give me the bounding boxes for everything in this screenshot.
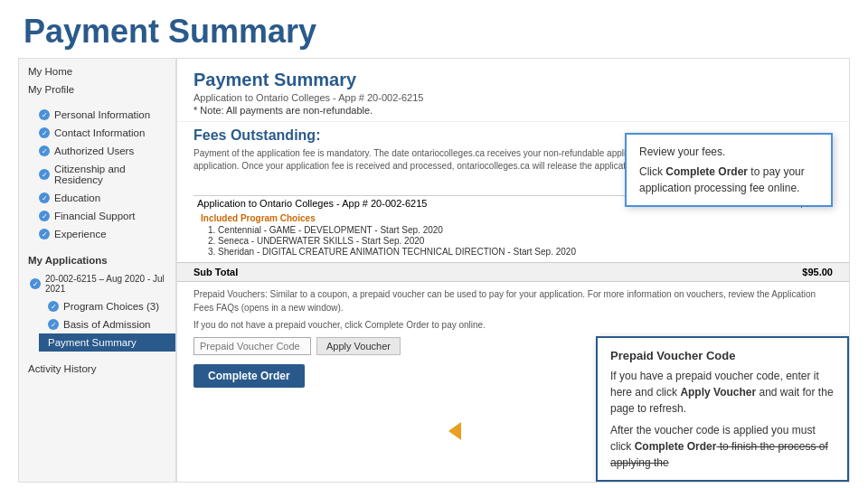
sidebar-item-authorized-users[interactable]: ✓ Authorized Users (30, 142, 175, 160)
payment-panel-header: Payment Summary Application to Ontario C… (177, 59, 849, 122)
payment-panel-title: Payment Summary (193, 70, 833, 90)
sidebar-item-my-home[interactable]: My Home (19, 62, 175, 80)
sidebar-item-app-id[interactable]: ✓ 20-002-6215 – Aug 2020 - Jul 2021 (19, 270, 175, 297)
tooltip-top-line1: Review your fees. (639, 144, 818, 160)
subtotal-label: Sub Total (193, 267, 238, 277)
sidebar-my-applications-section: My Applications ✓ 20-002-6215 – Aug 2020… (19, 247, 175, 355)
sidebar-item-citizenship[interactable]: ✓ Citizenship and Residency (30, 160, 175, 189)
tooltip-bottom-line2: After the voucher code is applied you mu… (610, 422, 835, 471)
sidebar-my-applications-header: My Applications (19, 250, 175, 270)
check-icon-app: ✓ (30, 278, 41, 289)
sidebar-label-my-profile: My Profile (28, 84, 74, 95)
table-row-included: Included Program Choices 1. Centennial -… (193, 211, 833, 258)
prepaid-voucher-input[interactable] (193, 337, 311, 355)
payment-note: * Note: All payments are non-refundable. (193, 105, 833, 116)
included-label: Included Program Choices (197, 212, 829, 224)
check-icon-experience: ✓ (39, 229, 50, 239)
complete-order-button[interactable]: Complete Order (193, 364, 305, 388)
check-icon-financial: ✓ (39, 211, 50, 221)
sidebar-sub-apps: ✓ Program Choices (3) ✓ Basis of Admissi… (19, 297, 175, 352)
sidebar-item-activity-history[interactable]: Activity History (19, 359, 175, 379)
sidebar-item-experience[interactable]: ✓ Experience (30, 225, 175, 243)
check-icon-contact: ✓ (39, 127, 50, 138)
program-item-3: 3. Sheridan - DIGITAL CREATURE ANIMATION… (197, 246, 829, 257)
check-icon-personal: ✓ (39, 109, 50, 120)
tooltip-review-fees: Review your fees. Click Complete Order t… (625, 133, 833, 207)
sidebar-label-my-home: My Home (28, 66, 72, 77)
check-icon-citizenship: ✓ (39, 169, 50, 180)
main-content: My Home My Profile ✓ Personal Informatio… (0, 58, 868, 483)
sidebar-item-financial[interactable]: ✓ Financial Support (30, 207, 175, 225)
apply-voucher-button[interactable]: Apply Voucher (316, 337, 401, 355)
sidebar-item-basis-admission[interactable]: ✓ Basis of Admission (39, 315, 175, 333)
check-icon-program: ✓ (48, 301, 59, 312)
sidebar: My Home My Profile ✓ Personal Informatio… (18, 58, 176, 483)
sidebar-item-program-choices[interactable]: ✓ Program Choices (3) (39, 297, 175, 315)
right-panel: Payment Summary Application to Ontario C… (176, 58, 850, 483)
sidebar-profile-section: ✓ Personal Information ✓ Contact Informa… (19, 102, 175, 247)
voucher-text1: Prepaid Vouchers: Similar to a coupon, a… (193, 287, 833, 314)
check-icon-basis: ✓ (48, 319, 59, 330)
sidebar-item-education[interactable]: ✓ Education (30, 189, 175, 207)
voucher-text2: If you do not have a prepaid voucher, cl… (193, 318, 833, 332)
program-item-1: 1. Centennial - GAME - DEVELOPMENT - Sta… (197, 224, 829, 235)
sidebar-item-my-profile[interactable]: My Profile (19, 80, 175, 99)
subtotal-row: Sub Total $95.00 (177, 262, 849, 282)
tooltip-prepaid-voucher: Prepaid Voucher Code If you have a prepa… (596, 336, 849, 483)
program-item-2: 2. Seneca - UNDERWATER SKILLS - Start Se… (197, 235, 829, 246)
tooltip-top-line2: Click Complete Order to pay your applica… (639, 164, 818, 196)
subtotal-amount: $95.00 (802, 267, 833, 277)
sidebar-item-payment-summary[interactable]: Payment Summary (39, 333, 175, 352)
tooltip-bottom-line1: If you have a prepaid voucher code, ente… (610, 368, 835, 417)
page-title: Payment Summary (24, 13, 844, 51)
sidebar-item-personal-information[interactable]: ✓ Personal Information (30, 106, 175, 124)
app-ref: Application to Ontario Colleges - App # … (193, 92, 833, 103)
check-icon-auth: ✓ (39, 145, 50, 156)
sidebar-item-contact-information[interactable]: ✓ Contact Information (30, 124, 175, 142)
sidebar-activity-history-section: Activity History (19, 355, 175, 382)
tooltip-bottom-title: Prepaid Voucher Code (610, 347, 835, 365)
sidebar-top-section: My Home My Profile (19, 59, 175, 102)
check-icon-education: ✓ (39, 192, 50, 203)
arrow-indicator-icon (448, 422, 461, 440)
page-title-area: Payment Summary (0, 0, 868, 58)
